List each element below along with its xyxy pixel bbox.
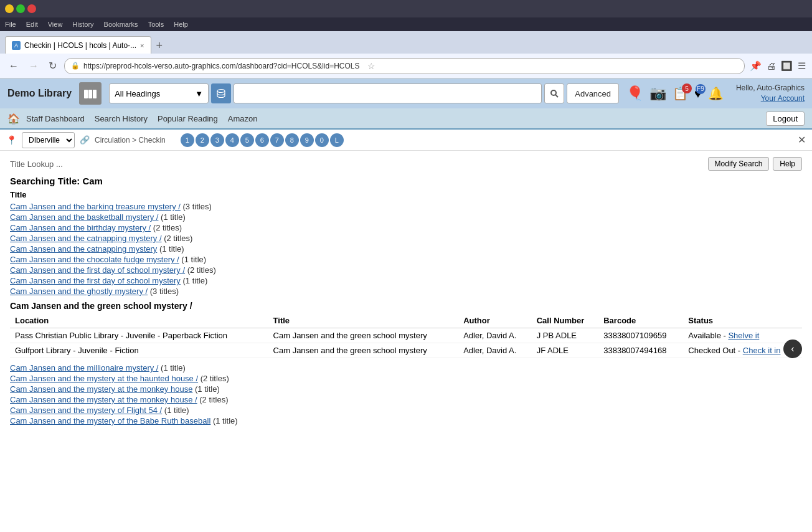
holding-callnumber-1: JF ADLE <box>532 343 599 358</box>
more-result-link-5[interactable]: Cam Jansen and the mystery of the Babe R… <box>10 416 210 425</box>
alpha-6[interactable]: 6 <box>255 133 269 147</box>
result-link-8[interactable]: Cam Jansen and the ghostly mystery / <box>10 287 148 296</box>
active-tab[interactable]: A Checkin | HCOLS | hcols | Auto-... × <box>5 36 151 54</box>
svg-point-4 <box>217 90 225 93</box>
heart-icon-button[interactable]: ♥ F9 <box>694 87 702 101</box>
result-link-2[interactable]: Cam Jansen and the birthday mystery / <box>10 223 151 232</box>
nav-search-history[interactable]: Search History <box>91 112 151 126</box>
more-result-count-5: (1 title) <box>213 416 238 425</box>
list-item: Cam Jansen and the barking treasure myst… <box>10 202 802 211</box>
home-nav-icon[interactable]: 🏠 <box>7 113 20 125</box>
result-link-0[interactable]: Cam Jansen and the barking treasure myst… <box>10 202 181 211</box>
bell-icon-button[interactable]: 🔔 <box>708 86 724 101</box>
alpha-2[interactable]: 2 <box>196 133 209 147</box>
menu-history[interactable]: History <box>72 21 93 28</box>
alpha-3[interactable]: 3 <box>210 133 224 147</box>
alpha-7[interactable]: 7 <box>270 133 284 147</box>
result-count-6: (2 titles) <box>187 265 216 275</box>
alpha-9[interactable]: 9 <box>300 133 314 147</box>
nav-staff-dashboard[interactable]: Staff Dashboard <box>22 112 88 126</box>
list-item: Cam Jansen and the first day of school m… <box>10 265 802 275</box>
minimize-button[interactable] <box>5 4 14 13</box>
pocket-icon[interactable]: 📌 <box>750 60 762 72</box>
menu-bookmarks[interactable]: Bookmarks <box>104 21 138 28</box>
search-input[interactable] <box>234 83 542 103</box>
nav-bar: 🏠 Staff Dashboard Search History Popular… <box>0 108 812 130</box>
forward-button[interactable]: → <box>26 59 41 73</box>
more-result-link-0[interactable]: Cam Jansen and the millionaire mystery / <box>10 363 158 373</box>
browser-title-bar <box>0 0 812 17</box>
camera-icon-button[interactable]: 📷 <box>649 85 666 102</box>
search-db-button[interactable] <box>211 83 231 103</box>
alpha-1[interactable]: 1 <box>181 133 194 147</box>
alpha-5[interactable]: 5 <box>240 133 254 147</box>
more-result-link-4[interactable]: Cam Jansen and the mystery of Flight 54 … <box>10 406 162 415</box>
search-bar: All Headings ▼ Advanced <box>109 83 619 103</box>
search-go-button[interactable] <box>544 83 564 103</box>
holdings-table: Location Title Author Call Number Barcod… <box>10 313 802 358</box>
side-arrow-button[interactable]: ‹ <box>783 340 802 358</box>
nav-popular-reading[interactable]: Popular Reading <box>154 112 222 126</box>
menu-button[interactable]: ☰ <box>798 60 806 72</box>
url-text: https://preprod-hcols-verso.auto-graphic… <box>83 62 360 70</box>
advanced-search-button[interactable]: Advanced <box>567 83 619 103</box>
col-status: Status <box>683 313 802 328</box>
col-title: Title <box>268 313 459 328</box>
window-controls <box>5 4 36 13</box>
alpha-L[interactable]: L <box>330 133 344 147</box>
alpha-0[interactable]: 0 <box>315 133 329 147</box>
section-label: Title <box>10 190 802 199</box>
holding-title-0: Cam Jansen and the green school mystery <box>268 328 459 343</box>
location-select[interactable]: DIberville <box>22 132 75 148</box>
close-circ-bar-button[interactable]: ✕ <box>798 134 806 146</box>
user-account-link[interactable]: Your Account <box>736 93 805 104</box>
result-link-5[interactable]: Cam Jansen and the chocolate fudge myste… <box>10 255 179 264</box>
help-button[interactable]: Help <box>773 157 802 171</box>
maximize-button[interactable] <box>16 4 25 13</box>
extension-icon[interactable]: 🔲 <box>781 60 793 72</box>
bookmark-icon[interactable]: ☆ <box>367 61 375 71</box>
new-tab-button[interactable]: + <box>153 39 167 52</box>
shelve-it-button[interactable]: Shelve it <box>728 331 759 340</box>
more-result-link-2[interactable]: Cam Jansen and the mystery at the monkey… <box>10 384 192 394</box>
more-result-link-3[interactable]: Cam Jansen and the mystery at the monkey… <box>10 395 197 404</box>
search-type-dropdown[interactable]: All Headings ▼ <box>109 83 209 103</box>
list-icon-button[interactable]: 📋 5 <box>673 86 688 101</box>
menu-edit[interactable]: Edit <box>26 21 38 28</box>
library-name: Demo Library <box>7 88 72 99</box>
print-icon[interactable]: 🖨 <box>767 60 776 71</box>
tab-close-button[interactable]: × <box>140 42 144 49</box>
close-window-button[interactable] <box>27 4 36 13</box>
nav-amazon[interactable]: Amazon <box>224 112 262 126</box>
menu-tools[interactable]: Tools <box>148 21 164 28</box>
result-link-7[interactable]: Cam Jansen and the first day of school m… <box>10 276 181 285</box>
balloon-icon-button[interactable]: 🎈 <box>626 85 643 102</box>
menu-file[interactable]: File <box>5 21 16 28</box>
more-result-count-2: (1 title) <box>195 384 220 394</box>
menu-help[interactable]: Help <box>174 21 188 28</box>
alpha-4[interactable]: 4 <box>225 133 239 147</box>
result-link-1[interactable]: Cam Jansen and the basketball mystery / <box>10 212 158 222</box>
menu-view[interactable]: View <box>48 21 63 28</box>
header-icons: 🎈 📷 📋 5 ♥ F9 🔔 <box>626 85 724 102</box>
content-area: Title Lookup ... Modify Search Help Sear… <box>0 151 812 532</box>
app-header: Demo Library All Headings ▼ <box>0 78 812 108</box>
logout-button[interactable]: Logout <box>766 112 805 126</box>
alpha-8[interactable]: 8 <box>285 133 299 147</box>
more-result-link-1[interactable]: Cam Jansen and the mystery at the haunte… <box>10 374 198 383</box>
list-item: Cam Jansen and the mystery of the Babe R… <box>10 416 802 425</box>
search-title: Searching Title: Cam <box>10 176 802 186</box>
url-bar[interactable]: 🔒 https://preprod-hcols-verso.auto-graph… <box>64 58 745 74</box>
modify-search-button[interactable]: Modify Search <box>708 157 770 171</box>
holding-title-1: Cam Jansen and the green school mystery <box>268 343 459 358</box>
result-link-6[interactable]: Cam Jansen and the first day of school m… <box>10 265 185 275</box>
result-count-7: (1 title) <box>182 276 207 285</box>
lock-icon: 🔒 <box>71 62 80 70</box>
check-it-in-button[interactable]: Check it in <box>743 346 781 355</box>
result-link-3[interactable]: Cam Jansen and the catnapping mystery / <box>10 234 162 243</box>
reload-button[interactable]: ↻ <box>46 59 59 73</box>
result-list: Cam Jansen and the barking treasure myst… <box>10 202 802 296</box>
result-link-4[interactable]: Cam Jansen and the catnapping mystery <box>10 244 157 254</box>
result-count-5: (1 title) <box>181 255 206 264</box>
back-button[interactable]: ← <box>6 59 21 73</box>
